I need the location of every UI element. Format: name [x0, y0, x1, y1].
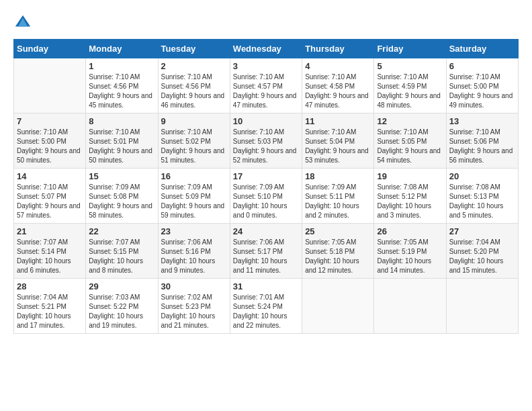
- calendar-cell: [374, 279, 446, 334]
- calendar-cell: 19 Sunrise: 7:08 AMSunset: 5:12 PMDaylig…: [374, 169, 446, 224]
- day-info: Sunrise: 7:10 AMSunset: 5:00 PMDaylight:…: [449, 73, 515, 110]
- day-number: 2: [161, 61, 227, 71]
- calendar-cell: 16 Sunrise: 7:09 AMSunset: 5:09 PMDaylig…: [158, 169, 230, 224]
- calendar-cell: 24 Sunrise: 7:06 AMSunset: 5:17 PMDaylig…: [230, 224, 302, 279]
- day-number: 8: [89, 116, 154, 126]
- weekday-header: Wednesday: [230, 40, 302, 58]
- calendar-cell: 25 Sunrise: 7:05 AMSunset: 5:18 PMDaylig…: [302, 224, 374, 279]
- day-number: 1: [89, 61, 154, 71]
- day-info: Sunrise: 7:06 AMSunset: 5:16 PMDaylight:…: [161, 238, 227, 275]
- day-info: Sunrise: 7:08 AMSunset: 5:13 PMDaylight:…: [449, 183, 515, 220]
- day-number: 24: [233, 226, 299, 236]
- day-info: Sunrise: 7:04 AMSunset: 5:21 PMDaylight:…: [17, 293, 83, 330]
- day-info: Sunrise: 7:10 AMSunset: 5:04 PMDaylight:…: [305, 128, 371, 165]
- calendar-cell: 15 Sunrise: 7:09 AMSunset: 5:08 PMDaylig…: [86, 169, 158, 224]
- day-info: Sunrise: 7:01 AMSunset: 5:24 PMDaylight:…: [233, 293, 299, 330]
- calendar-cell: 4 Sunrise: 7:10 AMSunset: 4:58 PMDayligh…: [302, 58, 374, 113]
- day-info: Sunrise: 7:10 AMSunset: 4:56 PMDaylight:…: [161, 73, 227, 110]
- day-number: 14: [17, 171, 83, 181]
- calendar-cell: 21 Sunrise: 7:07 AMSunset: 5:14 PMDaylig…: [14, 224, 86, 279]
- calendar-cell: 18 Sunrise: 7:09 AMSunset: 5:11 PMDaylig…: [302, 169, 374, 224]
- calendar-cell: [14, 58, 86, 113]
- day-number: 15: [89, 171, 154, 181]
- calendar-cell: 23 Sunrise: 7:06 AMSunset: 5:16 PMDaylig…: [158, 224, 230, 279]
- calendar-cell: 27 Sunrise: 7:04 AMSunset: 5:20 PMDaylig…: [446, 224, 518, 279]
- day-number: 16: [161, 171, 227, 181]
- calendar-cell: [446, 279, 518, 334]
- day-number: 18: [305, 171, 371, 181]
- day-number: 19: [377, 171, 443, 181]
- calendar-cell: 22 Sunrise: 7:07 AMSunset: 5:15 PMDaylig…: [86, 224, 158, 279]
- calendar-cell: 1 Sunrise: 7:10 AMSunset: 4:56 PMDayligh…: [86, 58, 158, 113]
- day-number: 10: [233, 116, 299, 126]
- weekday-header: Thursday: [302, 40, 374, 58]
- day-number: 30: [161, 281, 227, 291]
- day-info: Sunrise: 7:10 AMSunset: 4:57 PMDaylight:…: [233, 73, 299, 110]
- page-header: [13, 13, 519, 32]
- calendar-cell: [302, 279, 374, 334]
- calendar-cell: 30 Sunrise: 7:02 AMSunset: 5:23 PMDaylig…: [158, 279, 230, 334]
- calendar-week-row: 21 Sunrise: 7:07 AMSunset: 5:14 PMDaylig…: [14, 224, 519, 279]
- day-info: Sunrise: 7:06 AMSunset: 5:17 PMDaylight:…: [233, 238, 299, 275]
- day-info: Sunrise: 7:09 AMSunset: 5:11 PMDaylight:…: [305, 183, 371, 220]
- day-number: 25: [305, 226, 371, 236]
- calendar-cell: 6 Sunrise: 7:10 AMSunset: 5:00 PMDayligh…: [446, 58, 518, 113]
- calendar-cell: 26 Sunrise: 7:05 AMSunset: 5:19 PMDaylig…: [374, 224, 446, 279]
- day-number: 13: [449, 116, 515, 126]
- day-number: 26: [377, 226, 443, 236]
- day-info: Sunrise: 7:10 AMSunset: 5:06 PMDaylight:…: [449, 128, 515, 165]
- calendar-cell: 20 Sunrise: 7:08 AMSunset: 5:13 PMDaylig…: [446, 169, 518, 224]
- day-number: 31: [233, 281, 299, 291]
- day-number: 7: [17, 116, 83, 126]
- calendar-cell: 7 Sunrise: 7:10 AMSunset: 5:00 PMDayligh…: [14, 113, 86, 169]
- calendar-cell: 11 Sunrise: 7:10 AMSunset: 5:04 PMDaylig…: [302, 113, 374, 169]
- weekday-header: Saturday: [446, 40, 518, 58]
- day-number: 17: [233, 171, 299, 181]
- day-info: Sunrise: 7:07 AMSunset: 5:14 PMDaylight:…: [17, 238, 83, 275]
- day-info: Sunrise: 7:05 AMSunset: 5:18 PMDaylight:…: [305, 238, 371, 275]
- day-number: 27: [449, 226, 515, 236]
- day-info: Sunrise: 7:10 AMSunset: 5:02 PMDaylight:…: [161, 128, 227, 165]
- calendar-week-row: 14 Sunrise: 7:10 AMSunset: 5:07 PMDaylig…: [14, 169, 519, 224]
- logo: [13, 13, 34, 32]
- weekday-header-row: SundayMondayTuesdayWednesdayThursdayFrid…: [14, 40, 519, 58]
- day-number: 5: [377, 61, 443, 71]
- calendar-cell: 28 Sunrise: 7:04 AMSunset: 5:21 PMDaylig…: [14, 279, 86, 334]
- day-info: Sunrise: 7:04 AMSunset: 5:20 PMDaylight:…: [449, 238, 515, 275]
- day-number: 21: [17, 226, 83, 236]
- calendar-cell: 2 Sunrise: 7:10 AMSunset: 4:56 PMDayligh…: [158, 58, 230, 113]
- day-info: Sunrise: 7:05 AMSunset: 5:19 PMDaylight:…: [377, 238, 443, 275]
- calendar-cell: 31 Sunrise: 7:01 AMSunset: 5:24 PMDaylig…: [230, 279, 302, 334]
- weekday-header: Friday: [374, 40, 446, 58]
- day-info: Sunrise: 7:10 AMSunset: 4:59 PMDaylight:…: [377, 73, 443, 110]
- calendar-table: SundayMondayTuesdayWednesdayThursdayFrid…: [13, 39, 519, 334]
- calendar-cell: 13 Sunrise: 7:10 AMSunset: 5:06 PMDaylig…: [446, 113, 518, 169]
- day-info: Sunrise: 7:08 AMSunset: 5:12 PMDaylight:…: [377, 183, 443, 220]
- day-number: 4: [305, 61, 371, 71]
- logo-icon: [13, 13, 32, 32]
- calendar-cell: 9 Sunrise: 7:10 AMSunset: 5:02 PMDayligh…: [158, 113, 230, 169]
- calendar-cell: 3 Sunrise: 7:10 AMSunset: 4:57 PMDayligh…: [230, 58, 302, 113]
- calendar-cell: 10 Sunrise: 7:10 AMSunset: 5:03 PMDaylig…: [230, 113, 302, 169]
- calendar-week-row: 28 Sunrise: 7:04 AMSunset: 5:21 PMDaylig…: [14, 279, 519, 334]
- calendar-cell: 14 Sunrise: 7:10 AMSunset: 5:07 PMDaylig…: [14, 169, 86, 224]
- day-number: 23: [161, 226, 227, 236]
- day-info: Sunrise: 7:10 AMSunset: 5:05 PMDaylight:…: [377, 128, 443, 165]
- day-number: 12: [377, 116, 443, 126]
- calendar-cell: 5 Sunrise: 7:10 AMSunset: 4:59 PMDayligh…: [374, 58, 446, 113]
- day-info: Sunrise: 7:10 AMSunset: 5:01 PMDaylight:…: [89, 128, 154, 165]
- day-info: Sunrise: 7:10 AMSunset: 5:07 PMDaylight:…: [17, 183, 83, 220]
- weekday-header: Monday: [86, 40, 158, 58]
- day-info: Sunrise: 7:02 AMSunset: 5:23 PMDaylight:…: [161, 293, 227, 330]
- calendar-week-row: 7 Sunrise: 7:10 AMSunset: 5:00 PMDayligh…: [14, 113, 519, 169]
- day-info: Sunrise: 7:09 AMSunset: 5:09 PMDaylight:…: [161, 183, 227, 220]
- day-number: 29: [89, 281, 154, 291]
- day-number: 9: [161, 116, 227, 126]
- day-number: 22: [89, 226, 154, 236]
- day-info: Sunrise: 7:10 AMSunset: 4:58 PMDaylight:…: [305, 73, 371, 110]
- day-info: Sunrise: 7:07 AMSunset: 5:15 PMDaylight:…: [89, 238, 154, 275]
- calendar-cell: 8 Sunrise: 7:10 AMSunset: 5:01 PMDayligh…: [86, 113, 158, 169]
- day-number: 3: [233, 61, 299, 71]
- calendar-cell: 29 Sunrise: 7:03 AMSunset: 5:22 PMDaylig…: [86, 279, 158, 334]
- weekday-header: Tuesday: [158, 40, 230, 58]
